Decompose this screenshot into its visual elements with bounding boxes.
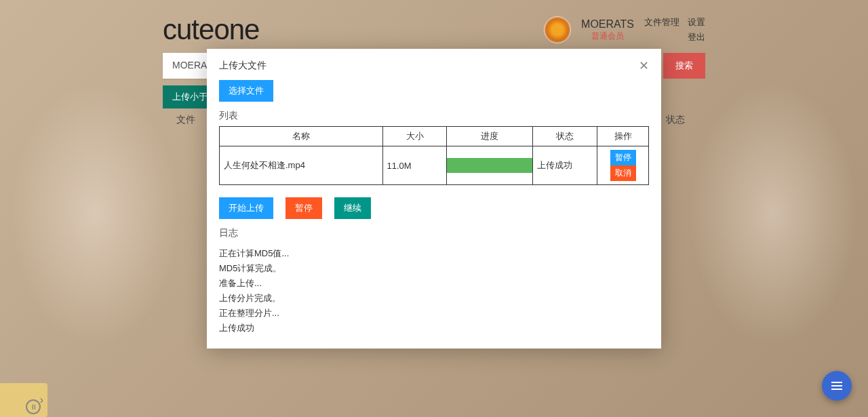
upload-modal: 上传大文件 ✕ 选择文件 列表 名称 大小 进度 状态 操作	[207, 49, 661, 126]
select-file-button[interactable]: 选择文件	[219, 80, 273, 102]
modal-title: 上传大文件	[219, 60, 267, 72]
modal-overlay: 上传大文件 ✕ 选择文件 列表 名称 大小 进度 状态 操作	[0, 0, 868, 126]
close-icon[interactable]: ✕	[639, 58, 649, 73]
list-heading: 列表	[219, 110, 649, 122]
